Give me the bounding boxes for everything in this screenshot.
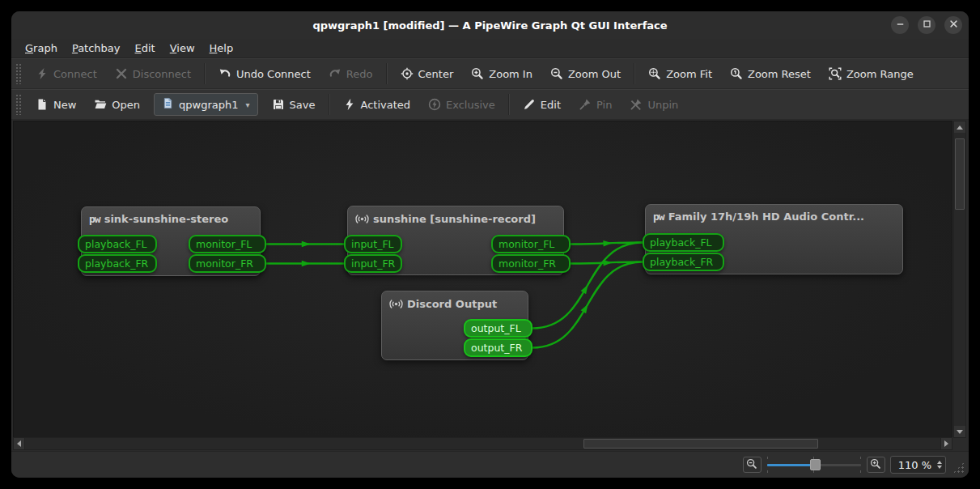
- port-sink-playback-fr[interactable]: playback_FR: [78, 254, 157, 273]
- scroll-up-button[interactable]: [954, 121, 965, 133]
- arrow-left-icon: [17, 440, 21, 447]
- connect-button: Connect: [28, 62, 104, 86]
- vertical-scrollbar[interactable]: [953, 121, 966, 438]
- node-title-text: sunshine [sunshine-record]: [373, 213, 536, 225]
- zoom-slider[interactable]: [766, 457, 862, 473]
- toolbar-file: NewOpenqpwgraph1▾SaveActivatedExclusiveE…: [11, 89, 969, 120]
- button-label: Zoom Out: [568, 68, 621, 80]
- file-icon: [162, 97, 174, 112]
- button-label: Pin: [596, 99, 612, 111]
- port-sunshine-input-fl[interactable]: input_FL: [344, 235, 402, 253]
- zoom-range-button[interactable]: Zoom Range: [821, 62, 921, 86]
- resize-grip[interactable]: [952, 461, 965, 474]
- window-controls: [891, 16, 962, 34]
- port-family-playback-fr[interactable]: playback_FR: [643, 253, 724, 271]
- node-title: Discord Output: [382, 291, 528, 311]
- zoom-out-button[interactable]: [743, 457, 762, 473]
- port-sink-playback-fl[interactable]: playback_FL: [78, 235, 157, 253]
- slider-handle[interactable]: [810, 459, 821, 470]
- button-label: Open: [112, 99, 140, 111]
- pin-button: Pin: [571, 92, 619, 117]
- toolbar-drag-handle[interactable]: [15, 94, 21, 115]
- activated-button[interactable]: Activated: [336, 92, 418, 117]
- zoom-in-icon: [471, 67, 484, 80]
- patchbay-profile-combo[interactable]: qpwgraph1▾: [154, 93, 258, 116]
- port-sink-monitor-fr[interactable]: monitor_FR: [189, 254, 266, 273]
- toolbar-separator: [329, 94, 330, 115]
- zoom-reset-icon: [730, 67, 743, 80]
- menu-edit[interactable]: Edit: [128, 40, 163, 56]
- zoom-in-icon: [870, 457, 881, 473]
- new-button[interactable]: New: [28, 92, 83, 117]
- button-label: Undo Connect: [236, 68, 311, 80]
- zoom-in-button[interactable]: Zoom In: [464, 62, 540, 86]
- spinbox-arrows[interactable]: [937, 461, 942, 469]
- save-icon: [272, 98, 285, 111]
- vertical-scroll-thumb[interactable]: [955, 138, 965, 210]
- button-label: Connect: [53, 68, 97, 80]
- broadcast-icon: [389, 297, 403, 311]
- close-button[interactable]: [944, 16, 962, 34]
- node-title-text: Discord Output: [407, 298, 497, 310]
- open-button[interactable]: Open: [87, 92, 147, 117]
- menu-patchbay[interactable]: Patchbay: [65, 40, 128, 56]
- graph-canvas[interactable]: pwsink-sunshine-stereoplayback_FLplaybac…: [13, 121, 952, 438]
- button-label: Zoom Range: [846, 68, 914, 80]
- zoom-in-button[interactable]: [867, 457, 885, 473]
- undo-icon: [218, 67, 231, 80]
- undo-connect-button[interactable]: Undo Connect: [211, 62, 318, 86]
- maximize-button[interactable]: [918, 16, 935, 34]
- menu-help[interactable]: Help: [202, 40, 241, 56]
- toolbar-separator: [204, 63, 206, 84]
- port-discord-output-fr[interactable]: output_FR: [464, 338, 532, 357]
- port-sunshine-monitor-fl[interactable]: monitor_FL: [491, 235, 571, 253]
- minimize-button[interactable]: [891, 16, 909, 34]
- node-title-text: Family 17h/19h HD Audio Contr...: [668, 210, 864, 223]
- spin-down-icon: [937, 466, 942, 469]
- port-sink-monitor-fl[interactable]: monitor_FL: [189, 235, 266, 253]
- slider-tick: [860, 457, 861, 459]
- unpin-button: Unpin: [622, 92, 685, 117]
- zoom-out-icon: [746, 457, 757, 473]
- scroll-down-button[interactable]: [954, 426, 965, 437]
- menu-view[interactable]: View: [163, 40, 202, 56]
- zoom-fit-button[interactable]: Zoom Fit: [641, 62, 719, 86]
- arrow-down-icon: [957, 430, 963, 434]
- toolbar-drag-handle[interactable]: [15, 63, 21, 84]
- port-family-playback-fl[interactable]: playback_FL: [643, 233, 724, 252]
- node-title: sunshine [sunshine-record]: [348, 206, 563, 226]
- zoom-spinbox[interactable]: 110 %: [890, 456, 946, 474]
- unpin-icon: [630, 98, 643, 111]
- redo-button: Redo: [321, 62, 380, 86]
- scroll-right-button[interactable]: [940, 438, 952, 449]
- zoom-range-icon: [829, 67, 842, 80]
- scroll-left-button[interactable]: [14, 438, 25, 449]
- zoom-reset-button[interactable]: Zoom Reset: [723, 62, 818, 86]
- save-button[interactable]: Save: [265, 92, 323, 117]
- node-title: pwFamily 17h/19h HD Audio Contr...: [646, 205, 902, 223]
- button-label: Disconnect: [133, 68, 191, 80]
- horizontal-scroll-thumb[interactable]: [583, 439, 818, 449]
- menu-graph[interactable]: Graph: [18, 40, 65, 56]
- exclusive-icon: [428, 98, 441, 111]
- port-sunshine-input-fr[interactable]: input_FR: [344, 254, 402, 273]
- toolbar-file-items: NewOpenqpwgraph1▾SaveActivatedExclusiveE…: [27, 90, 687, 119]
- center-icon: [401, 67, 414, 80]
- port-sunshine-monitor-fr[interactable]: monitor_FR: [491, 254, 571, 273]
- zoom-out-button[interactable]: Zoom Out: [543, 62, 628, 86]
- activated-icon: [343, 98, 356, 111]
- titlebar[interactable]: qpwgraph1 [modified] — A PipeWire Graph …: [11, 11, 969, 39]
- center-button[interactable]: Center: [393, 62, 461, 86]
- menubar: GraphPatchbayEditViewHelp: [11, 39, 969, 58]
- button-label: Unpin: [647, 99, 678, 111]
- redo-icon: [329, 67, 342, 80]
- horizontal-scrollbar[interactable]: [13, 437, 952, 450]
- edit-button[interactable]: Edit: [515, 92, 568, 117]
- pipewire-icon: pw: [89, 213, 100, 225]
- port-discord-output-fl[interactable]: output_FL: [464, 319, 532, 338]
- connect-icon: [36, 67, 49, 80]
- toolbar-separator: [634, 63, 635, 84]
- button-label: Zoom Reset: [748, 68, 811, 80]
- button-label: Activated: [361, 99, 411, 111]
- qpwgraph-window: qpwgraph1 [modified] — A PipeWire Graph …: [11, 11, 969, 478]
